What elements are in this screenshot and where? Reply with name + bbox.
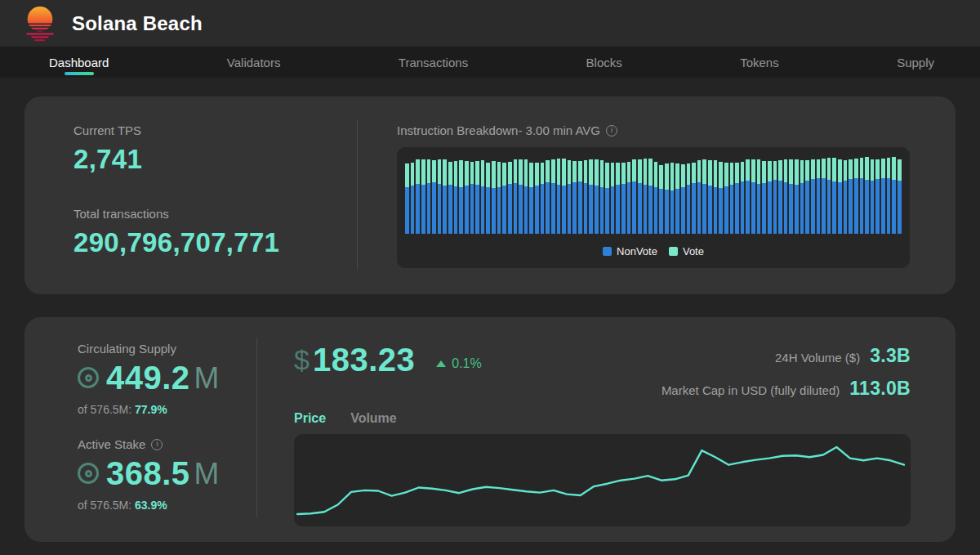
- market-cap-value: 113.0B: [849, 378, 911, 400]
- stacked-bar: [648, 159, 653, 234]
- active-stake-sub-prefix: of 576.5M:: [78, 499, 131, 512]
- stacked-bar: [529, 163, 533, 234]
- stacked-bar: [789, 159, 793, 234]
- stacked-bar: [438, 159, 442, 234]
- total-transactions-block: Total transactions 290,796,707,771: [74, 207, 357, 257]
- stacked-bar: [621, 163, 626, 234]
- instruction-breakdown-section: Instruction Breakdown- 3.00 min AVG i No…: [358, 123, 956, 294]
- stacked-bar: [681, 164, 685, 234]
- stacked-bar: [724, 163, 728, 234]
- stacked-bar: [605, 163, 609, 234]
- nav-item-validators[interactable]: Validators: [227, 47, 281, 78]
- market-cap-label: Market Cap in USD (fully diluted): [662, 383, 840, 397]
- stacked-bar: [454, 161, 458, 234]
- stacked-bar: [865, 157, 869, 234]
- stacked-bar: [405, 163, 409, 234]
- stacked-bar: [644, 159, 648, 234]
- current-tps-value: 2,741: [74, 145, 357, 174]
- stacked-bar: [778, 160, 782, 234]
- stacked-bar: [697, 160, 702, 234]
- active-stake-sub: of 576.5M: 63.9%: [78, 499, 256, 512]
- nav-label-validators: Validators: [227, 56, 281, 69]
- market-stats-card: Circulating Supply 449.2 M of 576.5M: 77…: [24, 317, 956, 542]
- price-change-percent: 0.1%: [452, 356, 481, 371]
- chart-legend: NonVote Vote: [405, 234, 902, 268]
- circulating-supply-value-row: 449.2 M: [78, 361, 256, 394]
- stacked-bar: [670, 163, 675, 234]
- stacked-bar: [892, 157, 896, 234]
- stacked-bar: [627, 162, 631, 234]
- stacked-bar: [535, 163, 539, 234]
- stacked-bar: [735, 163, 739, 234]
- price-top-row: $ 183.23 0.1% 24H Volume ($) 3.3B Market…: [294, 342, 911, 400]
- instruction-bar-chart: [405, 157, 902, 234]
- stacked-bar: [486, 163, 490, 234]
- app-title[interactable]: Solana Beach: [72, 12, 203, 35]
- stacked-bar: [562, 159, 566, 234]
- nav-item-blocks[interactable]: Blocks: [586, 47, 622, 78]
- stacked-bar: [898, 159, 902, 234]
- stacked-bar: [762, 161, 766, 234]
- active-stake-value-row: 368.5 M: [78, 457, 256, 490]
- network-stats-card: Current TPS 2,741 Total transactions 290…: [24, 96, 956, 294]
- dollar-sign: $: [294, 344, 310, 376]
- stacked-bar: [692, 163, 696, 234]
- stacked-bar: [665, 163, 669, 234]
- stacked-bar: [746, 159, 750, 234]
- stacked-bar: [416, 159, 420, 234]
- active-stake-percent: 63.9%: [135, 499, 167, 512]
- stacked-bar: [838, 159, 842, 234]
- stacked-bar: [675, 163, 679, 234]
- stacked-bar: [492, 161, 496, 234]
- nav-label-dashboard: Dashboard: [49, 56, 109, 69]
- volume-24h-value: 3.3B: [870, 345, 911, 367]
- solana-beach-sunset-logo-icon[interactable]: [21, 3, 59, 44]
- stacked-bar: [465, 161, 469, 234]
- price-section: $ 183.23 0.1% 24H Volume ($) 3.3B Market…: [257, 342, 956, 542]
- stacked-bar: [714, 160, 718, 234]
- stacked-bar: [768, 161, 772, 234]
- stacked-bar: [817, 159, 821, 234]
- nav-label-transactions: Transactions: [399, 56, 468, 69]
- legend-item-vote[interactable]: Vote: [669, 245, 704, 257]
- stacked-bar: [572, 161, 577, 234]
- stacked-bar: [730, 163, 734, 234]
- stacked-bar: [470, 162, 474, 234]
- stacked-bar: [632, 159, 636, 234]
- stacked-bar: [795, 159, 799, 234]
- stacked-bar: [687, 163, 691, 234]
- market-stats: 24H Volume ($) 3.3B Market Cap in USD (f…: [662, 345, 911, 400]
- circulating-supply-block: Circulating Supply 449.2 M of 576.5M: 77…: [78, 342, 256, 416]
- active-stake-label-row: Active Stake i: [78, 437, 256, 451]
- stacked-bar: [551, 159, 555, 234]
- up-triangle-icon: [436, 360, 446, 367]
- nav-item-dashboard[interactable]: Dashboard: [49, 47, 109, 78]
- price-line-chart: [294, 434, 911, 526]
- legend-label-vote: Vote: [683, 245, 704, 257]
- stacked-bar: [854, 159, 858, 234]
- active-stake-label: Active Stake: [78, 437, 145, 451]
- stacked-bar: [871, 159, 875, 234]
- circulating-supply-sub-prefix: of 576.5M:: [78, 403, 131, 416]
- stacked-bar: [844, 160, 848, 234]
- info-icon[interactable]: i: [606, 125, 617, 137]
- legend-item-nonvote[interactable]: NonVote: [603, 245, 657, 257]
- sol-price-value: 183.23: [313, 342, 415, 378]
- tab-price[interactable]: Price: [294, 411, 326, 426]
- app-header: Solana Beach: [0, 0, 980, 47]
- nav-item-tokens[interactable]: Tokens: [740, 47, 779, 78]
- stacked-bar: [849, 159, 853, 234]
- stacked-bar: [502, 163, 506, 234]
- stacked-bar: [638, 159, 642, 234]
- info-icon[interactable]: i: [151, 439, 163, 450]
- stacked-bar: [524, 159, 528, 234]
- stacked-bar: [589, 159, 593, 234]
- stacked-bar: [887, 158, 891, 234]
- current-tps-label: Current TPS: [74, 123, 357, 137]
- stacked-bar: [805, 160, 809, 234]
- nav-item-transactions[interactable]: Transactions: [399, 47, 468, 78]
- tab-volume[interactable]: Volume: [350, 411, 397, 426]
- stacked-bar: [875, 159, 880, 234]
- price-chart-tabs: Price Volume: [294, 411, 911, 426]
- nav-item-supply[interactable]: Supply: [897, 47, 934, 78]
